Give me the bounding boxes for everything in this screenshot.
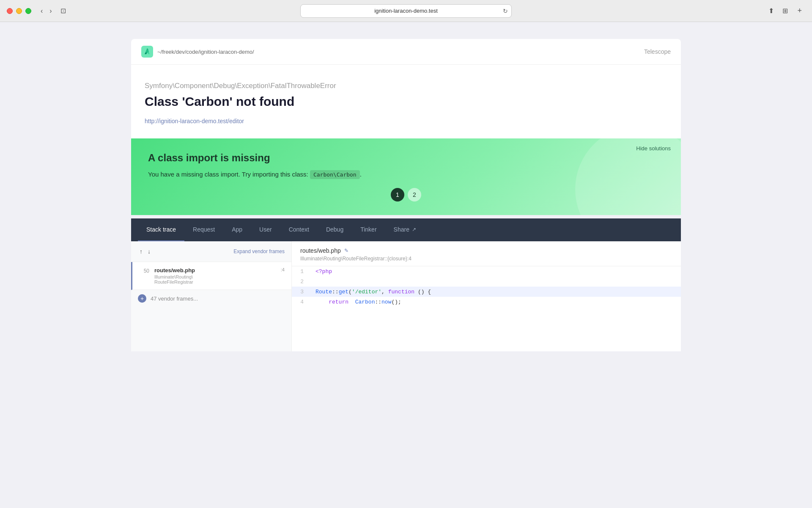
frame-line: :4	[281, 267, 285, 272]
stack-trace-content: ↑ ↓ Expand vendor frames 50 routes/web.p…	[131, 241, 681, 351]
exception-url[interactable]: http://ignition-laracon-demo.test/editor	[145, 118, 244, 124]
code-file-name: routes/web.php ✎	[300, 247, 672, 254]
tab-share[interactable]: Share ↗	[385, 218, 425, 241]
tab-request[interactable]: Request	[184, 218, 223, 241]
toolbar-right: ⬆ ⊞ +	[766, 5, 805, 17]
frame-file: routes/web.php	[154, 267, 276, 273]
tab-bar: Stack trace Request App User Context Deb…	[131, 218, 681, 241]
error-header: Symfony\Component\Debug\Exception\FatalT…	[131, 65, 681, 138]
solution-text-prefix: You have a missing class import. Try imp…	[148, 171, 310, 178]
tab-context[interactable]: Context	[280, 218, 318, 241]
code-class-path: Illuminate\Routing\RouteFileRegistrar::{…	[300, 256, 672, 262]
pagination-page-1[interactable]: 1	[391, 188, 404, 202]
vendor-expand-button[interactable]: +	[138, 294, 146, 303]
code-header: routes/web.php ✎ Illuminate\Routing\Rout…	[292, 241, 681, 266]
line-num-1: 1	[292, 266, 309, 276]
vendor-frames-row[interactable]: + 47 vendor frames...	[131, 290, 291, 307]
solution-pagination: 1 2	[148, 188, 664, 202]
traffic-lights	[7, 8, 31, 14]
minimize-button[interactable]	[16, 8, 22, 14]
hide-solutions-button[interactable]: Hide solutions	[636, 145, 671, 152]
frame-list-header: ↑ ↓ Expand vendor frames	[131, 241, 291, 262]
exception-message: Class 'Carbon' not found	[145, 94, 667, 109]
topbar-left: ~/freek/dev/code/ignition-laracon-demo/	[141, 46, 254, 58]
titlebar: ‹ › ⊡ ignition-laracon-demo.test ↻ ⬆ ⊞ +	[0, 0, 812, 22]
solution-description: You have a missing class import. Try imp…	[148, 171, 664, 178]
back-button[interactable]: ‹	[38, 6, 45, 17]
frame-info: routes/web.php Illuminate\Routing\RouteF…	[154, 267, 276, 284]
solution-title: A class import is missing	[148, 152, 664, 164]
frame-nav: ↑ ↓	[138, 247, 152, 256]
code-line-3: 3 Route::get('/editor', function () {	[292, 287, 681, 297]
code-line-1: 1 <?php	[292, 266, 681, 276]
code-file-label: routes/web.php	[300, 247, 341, 254]
tabs-overview-button[interactable]: ⊞	[780, 5, 790, 17]
project-path: ~/freek/dev/code/ignition-laracon-demo/	[157, 49, 254, 55]
browser-content: ~/freek/dev/code/ignition-laracon-demo/ …	[0, 22, 812, 508]
code-line-2: 2	[292, 276, 681, 287]
frame-list: ↑ ↓ Expand vendor frames 50 routes/web.p…	[131, 241, 292, 351]
sidebar-toggle-button[interactable]: ⊡	[58, 5, 69, 17]
share-toolbar-button[interactable]: ⬆	[766, 5, 776, 17]
debug-panel: Stack trace Request App User Context Deb…	[131, 218, 681, 351]
nav-buttons: ‹ ›	[38, 6, 55, 17]
frame-number: 50	[139, 268, 149, 274]
forward-button[interactable]: ›	[47, 6, 54, 17]
share-label: Share	[394, 226, 409, 233]
tab-debug[interactable]: Debug	[318, 218, 352, 241]
frame-class: Illuminate\Routing\RouteFileRegistrar	[154, 274, 276, 284]
code-line-4: 4 return Carbon::now();	[292, 297, 681, 307]
frame-prev-button[interactable]: ↑	[138, 247, 144, 256]
solution-class-code: Carbon\Carbon	[310, 170, 360, 179]
telescope-link[interactable]: Telescope	[644, 48, 671, 55]
line-content-1: <?php	[309, 266, 681, 276]
exception-class: Symfony\Component\Debug\Exception\FatalT…	[145, 82, 667, 90]
new-tab-button[interactable]: +	[794, 5, 805, 17]
tab-app[interactable]: App	[223, 218, 251, 241]
project-topbar: ~/freek/dev/code/ignition-laracon-demo/ …	[131, 39, 681, 65]
close-button[interactable]	[7, 8, 13, 14]
frame-next-button[interactable]: ↓	[146, 247, 152, 256]
line-num-2: 2	[292, 276, 309, 287]
tab-tinker[interactable]: Tinker	[352, 218, 385, 241]
edit-file-icon[interactable]: ✎	[344, 248, 348, 254]
reload-button[interactable]: ↻	[503, 8, 508, 14]
line-num-3: 3	[292, 287, 309, 297]
ignition-logo-icon	[141, 46, 153, 58]
line-content-2	[309, 276, 681, 287]
line-content-4: return Carbon::now();	[309, 297, 681, 307]
maximize-button[interactable]	[25, 8, 31, 14]
code-viewer: routes/web.php ✎ Illuminate\Routing\Rout…	[292, 241, 681, 351]
pagination-page-2[interactable]: 2	[408, 188, 421, 202]
address-bar[interactable]: ignition-laracon-demo.test ↻	[300, 4, 512, 18]
frame-item[interactable]: 50 routes/web.php Illuminate\Routing\Rou…	[131, 262, 291, 290]
solution-text-suffix: .	[360, 171, 362, 178]
vendor-frames-label: 47 vendor frames...	[151, 295, 198, 302]
code-table: 1 <?php 2 3 Route::get('/editor', functi…	[292, 266, 681, 307]
expand-vendor-button[interactable]: Expand vendor frames	[233, 248, 285, 254]
line-num-4: 4	[292, 297, 309, 307]
solutions-banner: Hide solutions A class import is missing…	[131, 138, 681, 215]
tab-stack-trace[interactable]: Stack trace	[138, 218, 184, 241]
line-content-3: Route::get('/editor', function () {	[309, 287, 681, 297]
share-icon: ↗	[412, 226, 416, 232]
tab-user[interactable]: User	[251, 218, 280, 241]
page-wrapper: ~/freek/dev/code/ignition-laracon-demo/ …	[131, 39, 681, 491]
url-display: ignition-laracon-demo.test	[374, 8, 438, 14]
